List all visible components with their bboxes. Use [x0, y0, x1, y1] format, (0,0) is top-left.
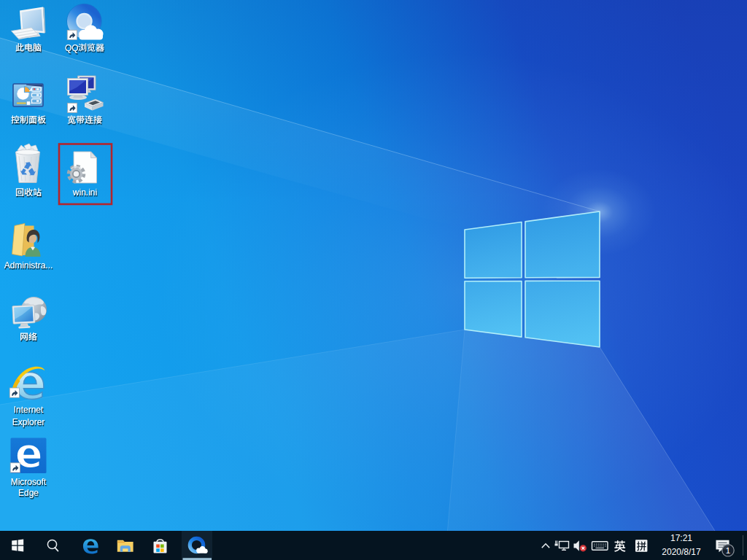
svg-text:1: 1 [726, 546, 730, 555]
svg-text:Microsoft: Microsoft [11, 477, 47, 487]
svg-text:Explorer: Explorer [12, 417, 45, 427]
svg-text:win.ini: win.ini [72, 187, 97, 198]
svg-text:Internet: Internet [14, 405, 44, 415]
svg-text:17:21: 17:21 [670, 533, 692, 543]
svg-text:QQ: QQ [65, 43, 79, 53]
svg-text:Administra...: Administra... [4, 260, 53, 271]
svg-text:2020/8/17: 2020/8/17 [662, 547, 701, 557]
svg-text:Edge: Edge [18, 488, 39, 498]
